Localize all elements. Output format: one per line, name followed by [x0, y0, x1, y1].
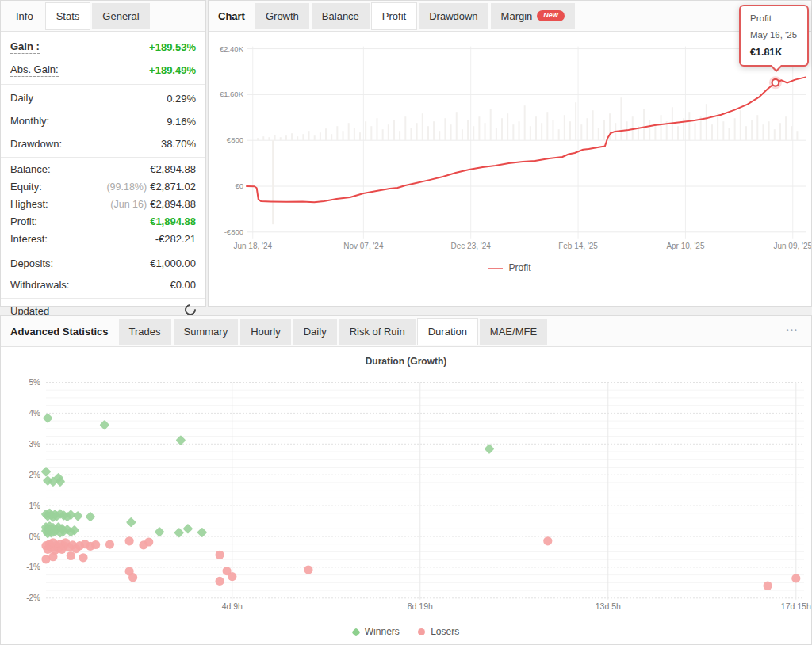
tab-label: Trades	[129, 326, 161, 338]
svg-text:Jun 09, '25: Jun 09, '25	[773, 242, 811, 250]
tab-growth[interactable]: Growth	[255, 3, 309, 29]
tab-label: Stats	[56, 10, 80, 22]
stat-group: Daily0.29%Monthly:9.16%Drawdown:38.70%	[1, 85, 205, 158]
tab-summary[interactable]: Summary	[174, 319, 239, 345]
stat-value-muted: (99.18%)	[106, 181, 147, 193]
tab-margin[interactable]: MarginNew	[491, 3, 575, 29]
stat-row-profit: Profit:€1,894.88	[1, 212, 205, 230]
stat-row-equity: Equity:(99.18%)€2,871.02	[1, 177, 205, 195]
tab-mae-mfe[interactable]: MAE/MFE	[480, 319, 547, 345]
tab-profit[interactable]: Profit	[372, 3, 416, 29]
winner-diamond-icon	[351, 628, 360, 636]
tab-hourly[interactable]: Hourly	[240, 319, 291, 345]
stat-value: 38.70%	[161, 138, 196, 150]
stat-label: Balance:	[10, 163, 51, 175]
stat-value: 9.16%	[167, 116, 196, 128]
chart-tooltip: Profit May 16, '25 €1.81K	[739, 5, 809, 67]
stat-row-highest: Highest:(Jun 16)€2,894.88	[1, 195, 205, 212]
tab-label: Growth	[266, 10, 299, 22]
tab-drawdown[interactable]: Drawdown	[419, 3, 488, 29]
stat-label[interactable]: Daily	[10, 92, 33, 105]
tab-risk-of-ruin[interactable]: Risk of Ruin	[339, 319, 416, 345]
stat-value-muted: (Jun 16)	[110, 199, 147, 210]
stat-label: Deposits:	[10, 258, 53, 269]
tab-general[interactable]: General	[92, 3, 149, 29]
stat-row-monthly: Monthly:9.16%	[1, 110, 205, 133]
stat-value: €1,894.88	[150, 216, 196, 227]
page: InfoStatsGeneral Gain :+189.53%Abs. Gain…	[0, 0, 812, 645]
new-badge: New	[537, 10, 565, 21]
tab-label: Daily	[304, 326, 327, 338]
tab-label: Profit	[382, 10, 406, 22]
svg-text:13d 5h: 13d 5h	[596, 601, 621, 611]
stat-row-balance: Balance:€2,894.88	[1, 160, 205, 177]
tab-label: Duration	[428, 326, 467, 338]
tab-label: Margin	[501, 10, 533, 22]
stat-group: Balance:€2,894.88Equity:(99.18%)€2,871.0…	[1, 158, 205, 250]
stat-group: Deposits:€1,000.00Withdrawals:€0.00	[1, 250, 205, 299]
tab-stats[interactable]: Stats	[46, 3, 90, 29]
profit-legend-line-icon	[488, 268, 503, 269]
stat-value: +189.53%	[149, 41, 196, 53]
stat-row-drawdown: Drawdown:38.70%	[1, 133, 205, 155]
stat-value: 0.29%	[167, 93, 196, 105]
stats-list: Gain :+189.53%Abs. Gain:+189.49%Daily0.2…	[1, 32, 205, 342]
duration-scatter-chart: 5%4%3%2%1%0%-1%-2%4d 9h8d 19h13d 5h17d 1…	[1, 365, 811, 620]
svg-text:Dec 23, '24: Dec 23, '24	[451, 242, 492, 250]
more-menu-icon[interactable]: •••	[787, 326, 799, 334]
stat-value: €0.00	[170, 279, 196, 291]
stat-row-abs-gain: Abs. Gain:+189.49%	[1, 59, 205, 82]
stat-label[interactable]: Monthly:	[10, 115, 49, 128]
tab-label: Hourly	[251, 326, 281, 338]
svg-text:Nov 07, '24: Nov 07, '24	[343, 242, 384, 250]
tab-info[interactable]: Info	[6, 3, 44, 29]
stat-label: Equity:	[10, 181, 42, 193]
tab-label: General	[102, 10, 139, 22]
chart-panel: Chart GrowthBalanceProfitDrawdownMarginN…	[208, 0, 812, 307]
stat-label: Highest:	[10, 198, 48, 210]
stat-label[interactable]: Abs. Gain:	[10, 63, 59, 77]
stat-group: Gain :+189.53%Abs. Gain:+189.49%	[1, 33, 205, 85]
advanced-statistics-panel: Advanced Statistics TradesSummaryHourlyD…	[0, 315, 812, 645]
tab-trades[interactable]: Trades	[119, 319, 171, 345]
stat-value: €1,000.00	[150, 258, 196, 269]
stat-value: €2,894.88	[150, 163, 196, 175]
losers-legend-item: Losers	[418, 626, 459, 637]
tab-balance[interactable]: Balance	[312, 3, 370, 29]
tab-label: Summary	[184, 326, 228, 338]
svg-text:Apr 10, '25: Apr 10, '25	[666, 242, 704, 250]
svg-text:2%: 2%	[29, 471, 41, 479]
svg-text:Jun 18, '24: Jun 18, '24	[233, 242, 272, 250]
chart-panel-tabbar: Chart GrowthBalanceProfitDrawdownMarginN…	[209, 1, 811, 32]
stat-row-daily: Daily0.29%	[1, 87, 205, 110]
svg-text:8d 19h: 8d 19h	[408, 601, 433, 611]
svg-text:€0: €0	[235, 181, 243, 190]
stat-label: Drawdown:	[10, 138, 62, 150]
tab-daily[interactable]: Daily	[293, 319, 337, 345]
svg-text:-€800: -€800	[224, 227, 243, 236]
stat-value: (Jun 16)€2,894.88	[110, 198, 196, 210]
profit-chart-legend: Profit	[209, 262, 811, 273]
stat-value: (99.18%)€2,871.02	[106, 181, 196, 193]
loser-circle-icon	[418, 628, 425, 635]
tab-label: Balance	[322, 10, 359, 22]
svg-text:4d 9h: 4d 9h	[222, 601, 243, 611]
stat-value: +189.49%	[149, 64, 196, 76]
tab-duration[interactable]: Duration	[418, 319, 477, 345]
stat-value: -€282.21	[155, 233, 196, 245]
stat-row-gain: Gain :+189.53%	[1, 36, 205, 59]
tab-label: Risk of Ruin	[350, 326, 405, 338]
svg-text:17d 15h: 17d 15h	[781, 601, 811, 611]
svg-text:-2%: -2%	[26, 593, 40, 602]
winners-legend-item: Winners	[353, 626, 400, 637]
tab-label: Info	[16, 10, 33, 22]
stat-row-interest: Interest:-€282.21	[1, 230, 205, 247]
tooltip-value: €1.81K	[750, 47, 799, 58]
left-panel-tabbar: InfoStatsGeneral	[1, 1, 205, 32]
stat-label[interactable]: Gain :	[10, 40, 40, 54]
svg-text:-1%: -1%	[26, 563, 40, 571]
tooltip-series: Profit	[750, 13, 799, 23]
stat-row-withdrawals: Withdrawals:€0.00	[1, 274, 205, 296]
stat-label: Interest:	[10, 233, 48, 245]
account-stats-panel: InfoStatsGeneral Gain :+189.53%Abs. Gain…	[0, 0, 206, 307]
